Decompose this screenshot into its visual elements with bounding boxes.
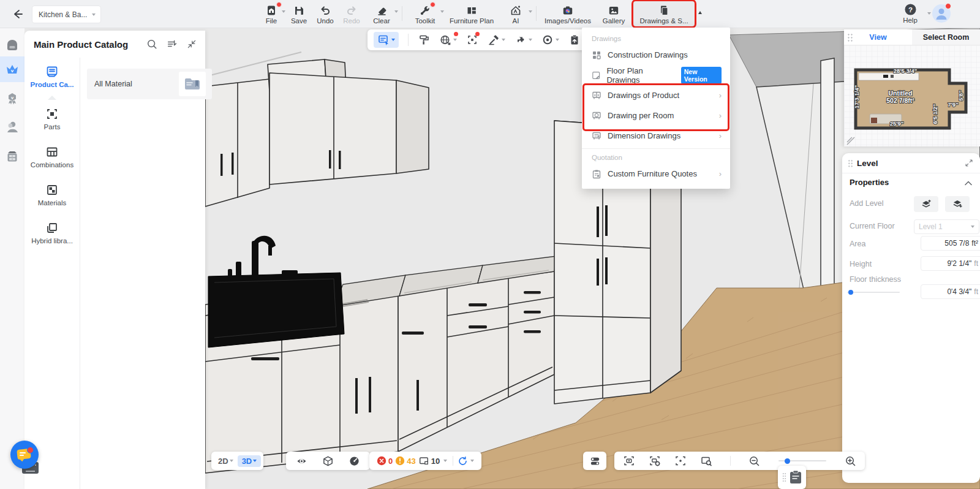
model-display-button[interactable] [322,455,334,467]
nav-combinations[interactable]: Combinations [24,138,80,176]
search-icon[interactable] [146,39,157,50]
toolkit-button[interactable]: Toolkit [406,0,444,28]
chevron-up-icon[interactable] [965,181,972,186]
replace-model-button[interactable] [439,34,457,46]
person-icon [5,119,20,134]
all-material-folder[interactable]: All Material [87,69,212,99]
camera-view-button[interactable] [623,455,635,467]
floor-thickness-slider[interactable] [847,292,900,293]
user-avatar[interactable] [932,4,951,23]
floating-tool-card[interactable] [778,466,806,489]
render-target-button[interactable] [541,34,559,46]
chevron-down-icon [502,39,505,41]
drawings-icon [658,4,670,17]
gallery-button[interactable]: Gallery [595,0,632,28]
furniture-plan-button[interactable]: Furniture Plan [444,0,499,28]
drag-handle[interactable] [848,159,853,167]
toggles-button[interactable] [589,455,601,467]
tab-select-room[interactable]: Select Room [912,29,980,45]
zoom-slider[interactable] [778,460,826,461]
selection-tool-button[interactable] [466,34,478,46]
menu-item-drawings-of-product[interactable]: Drawings of Product › [582,85,730,105]
images-videos-button[interactable]: Images/Videos [540,0,595,28]
top-toolbar: Kitchen & Ba... File Save Undo [0,0,980,28]
measure-tool-button[interactable] [488,34,505,46]
mode-3d-button[interactable]: 3D [238,455,262,467]
menu-item-dimension-drawings[interactable]: Dimension Drawings › [582,126,730,146]
drawings-settings-button[interactable]: Drawings & S... [633,1,695,26]
chevron-down-icon [971,226,974,228]
performance-button[interactable] [349,455,360,467]
floor-thickness-input[interactable]: 0'4 3/4" ft [921,284,980,299]
refresh-icon [458,456,468,466]
menu-item-construction-drawings[interactable]: Construction Drawings [582,45,730,65]
mode-2d-button[interactable]: 2D [214,455,238,467]
chevron-down-icon[interactable] [443,460,447,462]
zoom-slider-handle[interactable] [785,458,790,464]
zoom-region-button[interactable] [700,455,712,467]
panel-title: Level [857,159,878,168]
badge-icon: v [5,91,20,106]
nav-parts[interactable]: Parts [24,100,80,138]
submenu-chevron: › [719,169,722,178]
camera-settings-button[interactable] [649,455,661,467]
chevron-down-icon[interactable] [470,460,474,462]
menu-item-floor-plan-drawings[interactable]: Floor Plan Drawings New Version [582,65,730,85]
paint-roller-button[interactable] [418,34,430,46]
collapse-icon[interactable] [187,39,197,49]
crown-icon: v [5,62,20,77]
redo-button[interactable]: Redo [338,0,365,28]
rail-membership-button[interactable]: v [5,62,20,79]
nav-hybrid-library[interactable]: Hybrid libra... [24,214,80,252]
add-level-above-button[interactable] [914,196,938,212]
menu-item-custom-furniture-quotes[interactable]: Custom Furniture Quotes › [582,164,730,184]
slider-handle[interactable] [848,290,853,295]
file-button[interactable]: File [257,0,285,28]
rail-account-button[interactable] [5,119,20,137]
export-clipboard-button[interactable] [568,34,581,46]
rail-projects-button[interactable] [5,39,20,56]
rail-storage-button[interactable] [5,149,20,166]
plugins-button[interactable] [514,34,532,46]
menu-item-drawing-per-room[interactable]: Drawing per Room › [582,105,730,126]
project-selector[interactable]: Kitchen & Ba... [32,6,101,23]
furniture-plan-icon [466,4,478,17]
current-floor-select[interactable]: Level 1 [914,219,979,234]
ai-button[interactable]: AI [499,0,532,28]
filter-icon[interactable] [167,39,178,50]
nav-product-catalog[interactable]: Product Ca... [24,58,80,96]
expand-icon[interactable] [965,159,973,167]
zoom-out-button[interactable] [748,455,760,467]
floorplan-minimap-panel: View Select Room 28'5 3/4" 17'3 1/4" 5'8… [844,29,980,146]
camera-icon [562,4,574,17]
sync-button[interactable] [458,456,468,466]
focus-button[interactable] [674,455,687,467]
visibility-button[interactable] [296,455,307,467]
back-button[interactable] [10,6,26,22]
camera-gear-icon [649,455,661,467]
drag-handle[interactable] [782,472,786,482]
annotate-tool-button[interactable] [374,32,399,48]
puzzle-icon [514,34,527,46]
nav-materials[interactable]: Materials [24,176,80,214]
chat-support-button[interactable] [10,441,39,469]
drawings-of-product-icon [592,91,601,100]
add-level-below-button[interactable] [945,196,970,212]
save-button[interactable]: Save [285,0,312,28]
tab-view[interactable]: View [844,29,912,45]
clear-button[interactable]: Clear [365,0,398,28]
height-input[interactable]: 9'2 1/4" ft [921,256,980,271]
rail-badge-button[interactable]: v [5,91,20,108]
undo-button[interactable]: Undo [312,0,338,28]
chevron-down-icon [92,13,96,16]
help-button[interactable]: ? Help [894,2,926,24]
displays-indicator[interactable]: 10 [418,455,442,466]
warnings-indicator[interactable]: 43 [395,456,418,466]
eye-icon [296,455,307,467]
zoom-in-button[interactable] [845,455,856,467]
help-icon: ? [904,3,917,16]
errors-indicator[interactable]: 0 [377,456,395,466]
drag-handle[interactable] [847,33,853,42]
area-input[interactable]: 505 7/8 ft² [921,236,980,251]
floorplan-minimap[interactable]: 28'5 3/4" 17'3 1/4" 5'8" 7'9" 6'5 1/2" 2… [844,45,980,146]
